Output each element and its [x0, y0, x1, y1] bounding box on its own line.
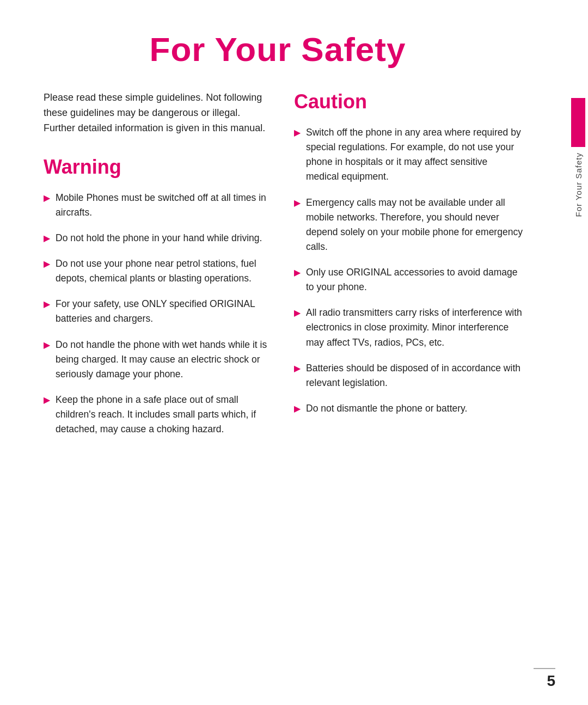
side-tab-label: For Your Safety	[574, 152, 583, 217]
bullet-arrow: ▶	[44, 394, 50, 407]
page-title-area: For Your Safety	[0, 0, 588, 69]
page-divider	[534, 668, 555, 669]
caution-title: Caution	[294, 90, 523, 113]
list-item: ▶ Keep the phone in a safe place out of …	[44, 393, 272, 437]
bullet-text: Switch off the phone in any area where r…	[306, 125, 523, 185]
bullet-arrow: ▶	[44, 339, 50, 352]
side-tab: For Your Safety	[568, 98, 588, 217]
content-area: Please read these simple guidelines. Not…	[0, 90, 588, 447]
bullet-arrow: ▶	[294, 402, 301, 416]
list-item: ▶ Do not use your phone near petrol stat…	[44, 256, 272, 286]
list-item: ▶ All radio transmitters carry risks of …	[294, 305, 523, 350]
side-tab-bar	[571, 98, 585, 147]
left-column: Please read these simple guidelines. Not…	[44, 90, 272, 447]
list-item: ▶ For your safety, use ONLY specified OR…	[44, 297, 272, 326]
bullet-arrow: ▶	[44, 258, 50, 271]
intro-text: Please read these simple guidelines. Not…	[44, 90, 272, 136]
bullet-arrow: ▶	[294, 197, 301, 210]
caution-section: Caution ▶ Switch off the phone in any ar…	[294, 90, 523, 416]
warning-section: Warning ▶ Mobile Phones must be switched…	[44, 156, 272, 437]
list-item: ▶ Mobile Phones must be switched off at …	[44, 191, 272, 220]
page-number-area: 5	[534, 668, 555, 690]
warning-list: ▶ Mobile Phones must be switched off at …	[44, 191, 272, 437]
bullet-text: Do not use your phone near petrol statio…	[56, 256, 272, 286]
bullet-text: All radio transmitters carry risks of in…	[306, 305, 523, 350]
bullet-text: Batteries should be disposed of in accor…	[306, 361, 523, 390]
list-item: ▶ Do not handle the phone with wet hands…	[44, 338, 272, 382]
bullet-arrow: ▶	[294, 126, 301, 140]
bullet-arrow: ▶	[44, 192, 50, 205]
bullet-text: Only use ORIGINAL accessories to avoid d…	[306, 265, 523, 295]
list-item: ▶ Do not dismantle the phone or battery.	[294, 401, 523, 416]
bullet-arrow: ▶	[294, 362, 301, 376]
bullet-arrow: ▶	[44, 298, 50, 311]
bullet-text: For your safety, use ONLY specified ORIG…	[56, 297, 272, 326]
list-item: ▶ Emergency calls may not be available u…	[294, 195, 523, 255]
bullet-arrow: ▶	[44, 232, 50, 246]
list-item: ▶ Do not hold the phone in your hand whi…	[44, 231, 272, 246]
list-item: ▶ Only use ORIGINAL accessories to avoid…	[294, 265, 523, 295]
page-number: 5	[547, 672, 555, 689]
bullet-arrow: ▶	[294, 266, 301, 280]
bullet-text: Do not hold the phone in your hand while…	[56, 231, 272, 246]
bullet-text: Do not handle the phone with wet hands w…	[56, 338, 272, 382]
caution-list: ▶ Switch off the phone in any area where…	[294, 125, 523, 416]
warning-title: Warning	[44, 156, 272, 179]
bullet-text: Mobile Phones must be switched off at al…	[56, 191, 272, 220]
page-title: For Your Safety	[0, 30, 555, 69]
right-column: Caution ▶ Switch off the phone in any ar…	[294, 90, 523, 447]
list-item: ▶ Batteries should be disposed of in acc…	[294, 361, 523, 390]
bullet-text: Do not dismantle the phone or battery.	[306, 401, 523, 416]
bullet-text: Emergency calls may not be available und…	[306, 195, 523, 255]
bullet-text: Keep the phone in a safe place out of sm…	[56, 393, 272, 437]
bullet-arrow: ▶	[294, 306, 301, 320]
list-item: ▶ Switch off the phone in any area where…	[294, 125, 523, 185]
